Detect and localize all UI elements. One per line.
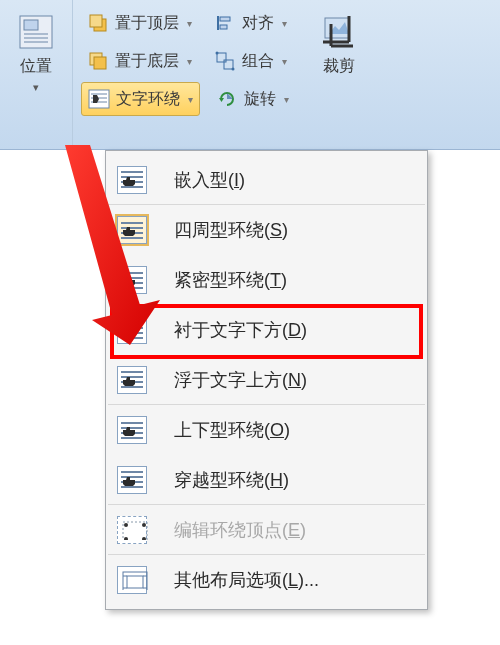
position-label: 位置 — [20, 56, 52, 77]
menu-item-4[interactable]: 浮于文字上方(N) — [108, 355, 425, 405]
menu-item-6[interactable]: 穿越型环绕(H) — [108, 455, 425, 505]
position-button[interactable]: 位置 ▾ — [10, 8, 62, 98]
wrap-style-icon — [117, 566, 147, 594]
menu-item-2[interactable]: 紧密型环绕(T) — [108, 255, 425, 305]
ribbon-group-position: 位置 ▾ — [0, 0, 73, 149]
menu-item-0[interactable]: 嵌入型(I) — [108, 155, 425, 205]
dropdown-caret-icon: ▾ — [187, 56, 192, 67]
menu-item-icon-cell — [108, 266, 156, 294]
svg-point-15 — [232, 68, 235, 71]
svg-marker-20 — [219, 98, 224, 102]
wrap-style-icon — [117, 166, 147, 194]
menu-item-label: 衬于文字下方(D) — [156, 318, 307, 342]
menu-item-icon-cell — [108, 566, 156, 594]
menu-item-icon-cell — [108, 216, 156, 244]
crop-label: 裁剪 — [323, 56, 355, 77]
ribbon-group-arrange: 置于顶层 ▾ 对齐 ▾ 置于底层 ▾ — [73, 0, 303, 149]
svg-point-14 — [216, 52, 219, 55]
menu-item-icon-cell — [108, 416, 156, 444]
text-wrap-button[interactable]: 文字环绕 ▾ — [81, 82, 200, 116]
text-wrap-dropdown: 嵌入型(I)四周型环绕(S)紧密型环绕(T)衬于文字下方(D)浮于文字上方(N)… — [105, 150, 428, 610]
menu-item-icon-cell — [108, 366, 156, 394]
wrap-style-icon — [117, 266, 147, 294]
group-icon — [214, 50, 236, 72]
menu-item-icon-cell — [108, 516, 156, 544]
menu-item-label: 穿越型环绕(H) — [156, 468, 289, 492]
text-wrap-icon — [88, 88, 110, 110]
dropdown-caret-icon: ▾ — [282, 56, 287, 67]
ribbon-group-crop: 裁剪 — [303, 0, 375, 149]
crop-button[interactable]: 裁剪 — [313, 8, 365, 81]
menu-item-8[interactable]: 其他布局选项(L)... — [108, 555, 425, 605]
svg-rect-6 — [90, 15, 102, 27]
send-to-back-button[interactable]: 置于底层 ▾ — [81, 44, 198, 78]
wrap-style-icon — [117, 466, 147, 494]
send-back-label: 置于底层 — [115, 51, 179, 72]
menu-item-icon-cell — [108, 466, 156, 494]
text-wrap-label: 文字环绕 — [116, 89, 180, 110]
svg-rect-1 — [24, 20, 38, 30]
menu-item-label: 编辑环绕顶点(E) — [156, 518, 306, 542]
menu-item-icon-cell — [108, 166, 156, 194]
menu-item-5[interactable]: 上下型环绕(O) — [108, 405, 425, 455]
svg-rect-9 — [220, 25, 227, 29]
menu-item-label: 紧密型环绕(T) — [156, 268, 287, 292]
menu-item-3[interactable]: 衬于文字下方(D) — [108, 305, 425, 355]
rotate-button[interactable]: 旋转 ▾ — [210, 82, 295, 116]
caret-down-icon: ▾ — [33, 81, 39, 94]
rotate-label: 旋转 — [244, 89, 276, 110]
dropdown-caret-icon: ▾ — [188, 94, 193, 105]
ribbon: 位置 ▾ 置于顶层 ▾ 对齐 ▾ — [0, 0, 500, 150]
wrap-style-icon — [117, 216, 147, 244]
svg-rect-13 — [224, 60, 233, 69]
menu-item-label: 其他布局选项(L)... — [156, 568, 319, 592]
group-button[interactable]: 组合 ▾ — [208, 44, 293, 78]
menu-item-label: 四周型环绕(S) — [156, 218, 288, 242]
wrap-style-icon — [117, 516, 147, 544]
rotate-icon — [216, 88, 238, 110]
svg-rect-12 — [217, 53, 226, 62]
svg-point-28 — [142, 537, 146, 540]
align-label: 对齐 — [242, 13, 274, 34]
svg-rect-8 — [220, 17, 230, 21]
svg-rect-30 — [127, 576, 143, 588]
menu-item-7: 编辑环绕顶点(E) — [108, 505, 425, 555]
bring-front-icon — [87, 12, 109, 34]
menu-item-1[interactable]: 四周型环绕(S) — [108, 205, 425, 255]
wrap-style-icon — [117, 316, 147, 344]
menu-item-icon-cell — [108, 316, 156, 344]
wrap-style-icon — [117, 366, 147, 394]
send-back-icon — [87, 50, 109, 72]
align-button[interactable]: 对齐 ▾ — [208, 6, 293, 40]
svg-rect-11 — [94, 57, 106, 69]
svg-point-26 — [142, 523, 146, 527]
dropdown-caret-icon: ▾ — [284, 94, 289, 105]
menu-item-label: 嵌入型(I) — [156, 168, 245, 192]
dropdown-caret-icon: ▾ — [282, 18, 287, 29]
align-icon — [214, 12, 236, 34]
menu-item-label: 上下型环绕(O) — [156, 418, 290, 442]
menu-item-label: 浮于文字上方(N) — [156, 368, 307, 392]
svg-point-27 — [124, 537, 128, 540]
crop-icon — [319, 12, 359, 52]
dropdown-caret-icon: ▾ — [187, 18, 192, 29]
svg-point-25 — [124, 523, 128, 527]
wrap-style-icon — [117, 416, 147, 444]
group-label: 组合 — [242, 51, 274, 72]
bring-front-label: 置于顶层 — [115, 13, 179, 34]
position-icon — [16, 12, 56, 52]
bring-to-front-button[interactable]: 置于顶层 ▾ — [81, 6, 198, 40]
